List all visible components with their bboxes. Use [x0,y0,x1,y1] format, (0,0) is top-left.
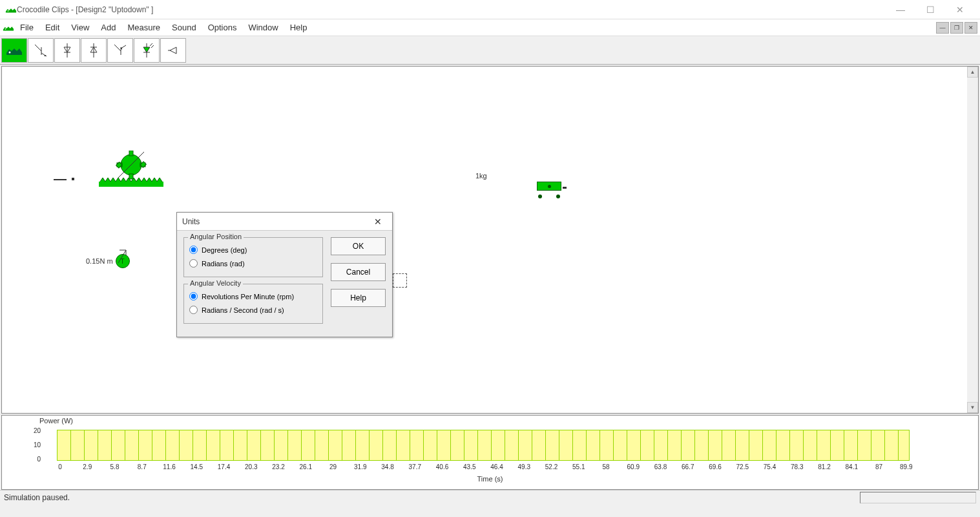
menu-file[interactable]: File [14,21,39,34]
xtick: 29 [327,463,340,470]
svg-point-2 [9,51,11,53]
ytick: 10 [28,441,41,448]
svg-rect-26 [129,151,133,156]
chart-xlabel: Time (s) [477,475,503,483]
svg-point-0 [8,10,9,11]
svg-rect-23 [72,178,74,180]
xtick: 52.2 [545,463,558,470]
tool-pnp[interactable] [107,38,133,63]
dialog-close-button[interactable]: ✕ [369,213,387,231]
statusbar: Simulation paused. [0,490,980,504]
svg-line-21 [151,45,154,48]
xtick: 78.3 [791,463,804,470]
torque-component[interactable]: 0.15N m T [86,254,130,268]
xtick: 31.9 [354,463,367,470]
menu-window[interactable]: Window [242,21,284,34]
xtick: 63.8 [654,463,667,470]
svg-line-13 [114,45,121,51]
power-chart[interactable]: Power (W) 20 10 0 02.95.88.711.614.517.4… [1,415,979,490]
mdi-minimize[interactable]: — [936,22,949,34]
close-button[interactable]: ✕ [945,0,975,19]
tool-npn[interactable] [28,38,54,63]
xtick: 14.5 [190,463,203,470]
menu-add[interactable]: Add [95,21,121,34]
minimize-button[interactable]: — [886,0,915,19]
radio-rpm[interactable]: Revolutions Per Minute (rpm) [189,290,317,303]
tool-back[interactable] [160,38,186,63]
xtick: 75.4 [764,463,777,470]
xtick: 66.7 [682,463,694,470]
maximize-button[interactable]: ☐ [915,0,945,19]
xtick: 8.7 [136,463,149,470]
radio-degrees[interactable]: Degrees (deg) [189,243,317,257]
group-legend: Angular Velocity [188,279,243,287]
radio-degrees-input[interactable] [189,246,198,254]
xtick: 26.1 [299,463,312,470]
scroll-down-icon[interactable]: ▼ [967,402,978,413]
cancel-button[interactable]: Cancel [331,263,386,281]
menu-measure[interactable]: Measure [121,21,166,34]
xtick: 11.6 [163,463,176,470]
radio-radsec[interactable]: Radians / Second (rad / s) [189,303,317,317]
tool-led[interactable] [134,38,160,63]
menu-options[interactable]: Options [202,21,243,34]
ytick: 20 [28,427,41,434]
window-title: Crocodile Clips - [Design2 "Uptodown" ] [17,5,886,14]
xtick: 0 [54,463,67,470]
menu-help[interactable]: Help [284,21,313,34]
xtick: 60.9 [627,463,640,470]
help-button[interactable]: Help [331,289,386,307]
ytick: 0 [28,456,41,463]
cart-component[interactable] [537,182,563,196]
xtick: 58 [599,463,612,470]
status-panel [860,492,976,503]
menu-edit[interactable]: Edit [39,21,65,34]
vertical-scrollbar[interactable]: ▲ ▼ [967,67,978,413]
svg-line-3 [35,45,41,51]
dialog-titlebar[interactable]: Units ✕ [177,213,392,231]
selection-marker[interactable] [393,273,407,288]
app-icon [5,5,17,14]
app-icon-small [3,23,14,32]
radio-rpm-input[interactable] [189,292,198,301]
tool-diode-down[interactable] [54,38,80,63]
xtick: 46.4 [490,463,503,470]
chart-xlabels: 02.95.88.711.614.517.420.323.226.12931.9… [54,463,913,470]
xtick: 69.6 [709,463,722,470]
toolbar [0,36,980,65]
menubar: File Edit View Add Measure Sound Options… [0,19,980,36]
xtick: 5.8 [109,463,121,470]
xtick: 43.5 [463,463,476,470]
chart-title: Power (W) [39,417,73,425]
dialog-title: Units [182,217,369,226]
menu-sound[interactable]: Sound [166,21,202,34]
xtick: 87 [873,463,886,470]
tool-crocodile[interactable] [1,38,27,63]
xtick: 23.2 [272,463,285,470]
svg-rect-27 [129,174,133,179]
svg-line-20 [150,43,152,46]
xtick: 40.6 [436,463,449,470]
radio-radsec-input[interactable] [189,306,198,314]
group-legend: Angular Position [188,233,244,240]
torque-label: 0.15N m [86,257,113,265]
mdi-restore[interactable]: ❐ [950,22,963,34]
design-canvas[interactable]: 0.15N m T 1kg Units ✕ Angular Position D… [1,66,979,414]
svg-marker-18 [143,47,150,52]
status-text: Simulation paused. [4,493,70,502]
xtick: 72.5 [736,463,749,470]
ok-button[interactable]: OK [331,237,386,255]
xtick: 17.4 [218,463,231,470]
menu-view[interactable]: View [65,21,95,34]
xtick: 81.2 [818,463,831,470]
gear-rack-component[interactable] [54,151,163,189]
xtick: 34.8 [381,463,394,470]
units-dialog: Units ✕ Angular Position Degrees (deg) R… [176,212,393,337]
mdi-close[interactable]: ✕ [964,22,977,34]
xtick: 37.7 [408,463,421,470]
tool-diode-up[interactable] [81,38,107,63]
xtick: 49.3 [517,463,530,470]
scroll-up-icon[interactable]: ▲ [967,67,978,78]
radio-radians-input[interactable] [189,259,198,268]
radio-radians[interactable]: Radians (rad) [189,257,317,270]
